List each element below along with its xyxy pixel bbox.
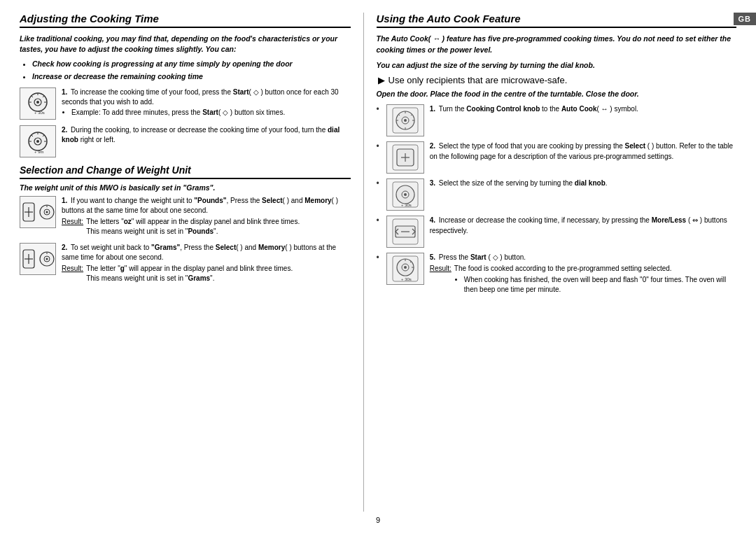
gb-badge: GB <box>734 13 757 25</box>
cassette-text: Use only recipients that are microwave-s… <box>388 75 568 85</box>
weight-intro: The weight unit of this MWO is basically… <box>20 183 351 192</box>
right-column: Using the Auto Cook Feature The Auto Coo… <box>364 13 736 512</box>
auto-cook-intro2: You can adjust the size of the serving b… <box>377 60 736 71</box>
weight-step1-icon <box>20 196 56 228</box>
auto-cook-intro1: The Auto Cook( ↔ ) feature has five pre-… <box>377 34 736 56</box>
cassette-symbol: ▶ <box>378 75 385 85</box>
auto-step4-text: 4. Increase or decrease the cooking time… <box>430 216 736 236</box>
svg-text:+ 30s: + 30s <box>34 111 45 115</box>
svg-point-23 <box>46 211 48 213</box>
auto-step1-icon <box>386 104 424 136</box>
page-number: 9 <box>20 516 736 524</box>
auto-step5-icon: + 30s <box>386 253 424 285</box>
svg-point-11 <box>36 140 39 143</box>
svg-text:+ 30s: + 30s <box>401 277 412 281</box>
svg-point-35 <box>404 119 407 122</box>
two-column-layout: Adjusting the Cooking Time Like traditio… <box>20 13 736 512</box>
auto-step2-icon <box>386 141 424 174</box>
cassette-note: ▶ Use only recipients that are microwave… <box>378 75 736 85</box>
auto-step-5: • + 30s <box>377 253 736 295</box>
auto-step-3: • + 30s 3. Select the size of th <box>377 178 736 211</box>
bullet-item-2: Increase or decrease the remaining cooki… <box>32 71 351 82</box>
step1-icon: + 30s <box>20 87 56 120</box>
weight-step2-icon <box>20 243 56 275</box>
auto-step1-text: 1. Turn the Cooking Control knob to the … <box>430 104 736 115</box>
auto-step3-text: 3. Select the size of the serving by tur… <box>430 178 736 189</box>
svg-point-49 <box>404 193 407 196</box>
adjusting-title: Adjusting the Cooking Time <box>20 13 351 28</box>
step1-text: 1. To increase the cooking time of your … <box>62 87 351 118</box>
auto-cook-title: Using the Auto Cook Feature <box>377 13 736 28</box>
auto-step5-text: 5. Press the Start ( ◇ ) button. Result:… <box>430 253 736 295</box>
svg-point-57 <box>404 266 407 269</box>
adjusting-steps: + 30s 1. To increase the cooking time of… <box>20 87 351 157</box>
selection-title: Selection and Change of Weight Unit <box>20 164 351 179</box>
adjust-step-2: + 9m 2. During the cooking, to increase … <box>20 125 351 157</box>
auto-step4-icon <box>386 216 424 248</box>
auto-step2-text: 2. Select the type of food that you are … <box>430 141 736 162</box>
step2-text: 2. During the cooking, to increase or de… <box>62 125 351 146</box>
open-door-text: Open the door. Place the food in the cen… <box>377 89 736 100</box>
adjusting-bullets: Check how cooking is progressing at any … <box>32 59 351 81</box>
page: GB Adjusting the Cooking Time Like tradi… <box>0 0 756 534</box>
weight-step-1: 1. If you want to change the weight unit… <box>20 196 351 237</box>
left-column: Adjusting the Cooking Time Like traditio… <box>20 13 364 512</box>
weight-step2-text: 2. To set weight unit back to "Grams", P… <box>62 243 351 284</box>
adjusting-intro: Like traditional cooking, you may find t… <box>20 34 351 55</box>
bullet-item-1: Check how cooking is progressing at any … <box>32 59 351 69</box>
auto-step3-icon: + 30s <box>386 178 424 211</box>
svg-text:+ 30s: + 30s <box>401 203 412 207</box>
auto-step-1: • <box>377 104 736 136</box>
weight-step-2: 2. To set weight unit back to "Grams", P… <box>20 243 351 284</box>
svg-point-2 <box>36 101 39 104</box>
adjust-step-1: + 30s 1. To increase the cooking time of… <box>20 87 351 120</box>
auto-cook-steps: • <box>377 104 736 295</box>
svg-point-30 <box>46 258 48 260</box>
auto-step-4: • 4. Increase or decrease the c <box>377 216 736 248</box>
auto-step-2: • 2. Select the type of food that you ar… <box>377 141 736 174</box>
step1-num: 1. <box>62 88 67 96</box>
weight-step1-text: 1. If you want to change the weight unit… <box>62 196 351 237</box>
svg-text:+ 9m: + 9m <box>34 150 44 154</box>
step2-icon: + 9m <box>20 125 56 157</box>
